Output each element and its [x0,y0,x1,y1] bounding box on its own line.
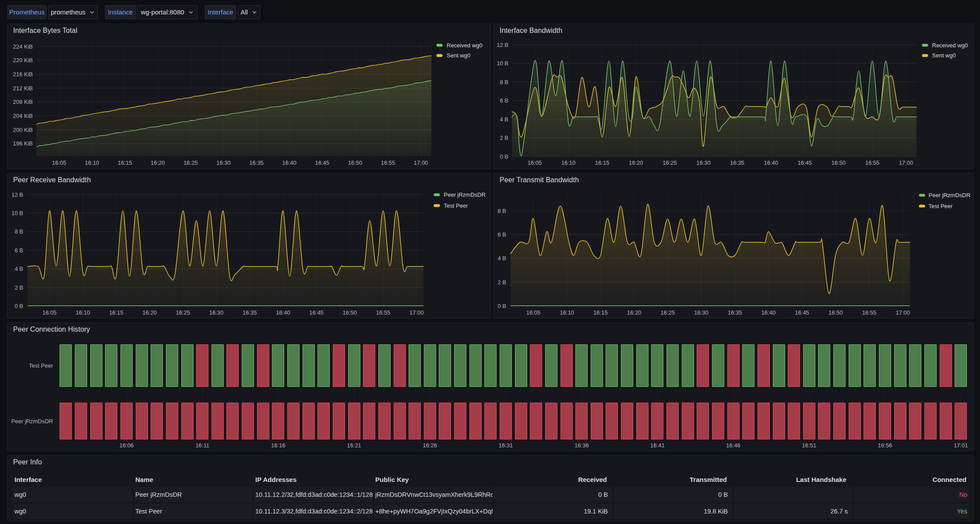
svg-text:16:05: 16:05 [42,309,57,316]
svg-text:16:10: 16:10 [560,309,574,316]
svg-text:204 KiB: 204 KiB [13,113,33,119]
svg-text:2 B: 2 B [500,135,508,141]
svg-text:212 KiB: 212 KiB [13,85,33,92]
svg-text:16:50: 16:50 [343,309,357,316]
svg-text:16:15: 16:15 [118,159,132,166]
svg-text:220 KiB: 220 KiB [13,57,33,64]
svg-text:16:25: 16:25 [663,159,677,166]
svg-text:16:55: 16:55 [376,309,391,316]
svg-text:16:10: 16:10 [561,159,576,166]
svg-text:16:15: 16:15 [593,309,608,316]
svg-text:216 KiB: 216 KiB [13,71,33,78]
svg-text:16:05: 16:05 [526,309,541,316]
svg-text:16:55: 16:55 [381,159,395,166]
svg-text:16:15: 16:15 [109,309,123,316]
svg-text:17:00: 17:00 [895,309,910,316]
svg-text:17:00: 17:00 [899,159,913,166]
svg-text:16:40: 16:40 [276,309,290,316]
svg-text:16:30: 16:30 [216,159,231,166]
svg-text:16:30: 16:30 [694,309,709,316]
svg-text:Test Peer: Test Peer [929,203,953,209]
svg-text:16:50: 16:50 [828,309,843,316]
svg-text:0 B: 0 B [497,303,506,309]
svg-text:16:45: 16:45 [309,309,324,316]
svg-text:16:25: 16:25 [183,159,198,166]
svg-text:6 B: 6 B [497,231,506,238]
svg-text:16:35: 16:35 [243,309,257,316]
svg-text:16:30: 16:30 [696,159,711,166]
svg-text:Received wg0: Received wg0 [932,42,968,49]
svg-text:200 KiB: 200 KiB [13,127,33,133]
svg-text:12 B: 12 B [11,191,23,198]
svg-text:16:10: 16:10 [76,309,90,316]
svg-text:16:30: 16:30 [209,309,224,316]
svg-text:Sent wg0: Sent wg0 [932,52,956,59]
svg-text:16:10: 16:10 [85,159,99,166]
svg-text:16:05: 16:05 [52,159,67,166]
svg-text:6 B: 6 B [500,97,508,104]
svg-text:Received wg0: Received wg0 [447,42,483,49]
svg-text:8 B: 8 B [14,228,23,235]
svg-text:16:55: 16:55 [865,159,880,166]
svg-text:16:20: 16:20 [627,309,642,316]
svg-text:4 B: 4 B [497,255,506,262]
svg-text:8 B: 8 B [500,79,508,85]
svg-text:10 B: 10 B [497,60,508,67]
svg-text:16:40: 16:40 [282,159,296,166]
svg-text:16:40: 16:40 [764,159,778,166]
svg-text:16:50: 16:50 [348,159,363,166]
svg-text:16:05: 16:05 [528,159,542,166]
svg-text:16:20: 16:20 [151,159,165,166]
svg-text:2 B: 2 B [14,284,23,291]
svg-text:196 KiB: 196 KiB [13,140,33,147]
svg-text:16:40: 16:40 [761,309,776,316]
svg-text:16:55: 16:55 [862,309,877,316]
svg-text:16:45: 16:45 [798,159,812,166]
svg-text:17:00: 17:00 [409,309,424,316]
svg-text:Peer jRzmDsDR: Peer jRzmDsDR [929,192,970,198]
svg-text:16:25: 16:25 [661,309,675,316]
svg-text:Test Peer: Test Peer [444,202,469,209]
svg-text:0 B: 0 B [500,153,508,160]
svg-text:208 KiB: 208 KiB [13,99,33,105]
svg-text:4 B: 4 B [500,116,508,123]
svg-text:2 B: 2 B [497,279,506,286]
svg-text:12 B: 12 B [497,42,508,48]
svg-text:16:45: 16:45 [795,309,809,316]
svg-text:16:35: 16:35 [728,309,742,316]
svg-text:4 B: 4 B [14,266,23,272]
svg-text:16:20: 16:20 [629,159,643,166]
svg-text:8 B: 8 B [497,208,506,214]
svg-text:17:00: 17:00 [414,159,428,166]
svg-text:16:45: 16:45 [315,159,330,166]
svg-text:Sent wg0: Sent wg0 [447,52,470,59]
svg-text:0 B: 0 B [14,303,23,309]
svg-text:16:35: 16:35 [730,159,744,166]
svg-text:16:15: 16:15 [595,159,610,166]
svg-text:6 B: 6 B [14,247,23,254]
svg-text:16:20: 16:20 [142,309,157,316]
svg-text:16:50: 16:50 [832,159,846,166]
svg-text:16:35: 16:35 [249,159,264,166]
svg-text:224 KiB: 224 KiB [13,43,33,50]
svg-text:10 B: 10 B [11,210,23,216]
svg-text:16:25: 16:25 [176,309,190,316]
svg-text:Peer jRzmDsDR: Peer jRzmDsDR [444,191,486,198]
